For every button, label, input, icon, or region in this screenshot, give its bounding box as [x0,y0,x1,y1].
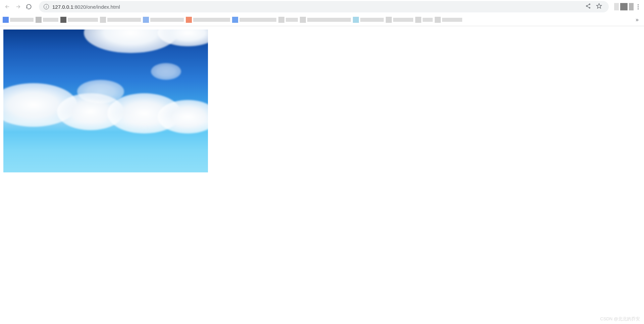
bookmark-item[interactable] [386,16,413,24]
bookmark-favicon [415,17,421,23]
bookmark-item[interactable] [36,16,58,24]
bookmark-label [423,18,433,22]
extension-icon[interactable] [629,3,634,10]
share-icon[interactable] [585,3,591,10]
nav-buttons [4,3,32,10]
site-info-icon[interactable]: i [44,4,49,9]
profile-avatar[interactable] [620,3,628,10]
bookmark-favicon [278,17,284,23]
bookmark-item[interactable] [3,16,34,24]
url-rest: :8020/one/index.html [73,4,120,10]
url-text: 127.0.0.1:8020/one/index.html [52,4,120,10]
cloud-shape [151,63,181,80]
bookmark-label [307,18,351,22]
bookmark-label [43,18,58,22]
svg-rect-0 [586,6,587,7]
bookmark-favicon [353,17,359,23]
bookmark-item[interactable] [100,16,141,24]
bookmark-favicon [3,17,9,23]
bookmark-favicon [435,17,441,23]
bookmark-label [442,18,462,22]
svg-point-2 [589,7,590,8]
bookmark-favicon [386,17,392,23]
bookmark-label [107,18,141,22]
reload-button[interactable] [25,3,32,10]
bookmark-label [150,18,184,22]
bookmark-favicon [186,17,192,23]
bookmark-item[interactable] [278,16,298,24]
bookmark-item[interactable] [143,16,184,24]
address-right-icons [585,3,602,10]
bookmark-item[interactable] [353,16,384,24]
bookmark-favicon [100,17,106,23]
bookmarks-overflow-button[interactable]: » [636,17,641,23]
url-host: 127.0.0.1 [52,4,73,10]
bookmark-star-icon[interactable] [596,3,602,10]
bookmarks-bar: » [0,13,644,26]
bookmark-label [286,18,298,22]
bookmark-item[interactable] [300,16,351,24]
page-content [0,26,644,176]
bookmark-item[interactable] [415,16,433,24]
browser-toolbar: i 127.0.0.1:8020/one/index.html [0,0,644,13]
browser-menu-button[interactable] [636,3,640,11]
bookmark-label [393,18,413,22]
bookmark-favicon [36,17,42,23]
bookmark-label [68,18,98,22]
bookmark-item[interactable] [232,16,276,24]
bookmark-label [193,18,230,22]
cloud-shape [77,80,124,103]
svg-point-1 [589,4,590,5]
bookmark-favicon [143,17,149,23]
horizon-haze [3,112,208,132]
bookmark-item[interactable] [435,16,462,24]
bookmark-favicon [232,17,238,23]
bookmark-label [10,18,34,22]
bookmark-item[interactable] [186,16,230,24]
bookmark-favicon [300,17,306,23]
bookmark-item[interactable] [60,16,98,24]
bookmark-label [360,18,384,22]
address-bar[interactable]: i 127.0.0.1:8020/one/index.html [39,1,609,12]
svg-marker-3 [597,4,602,8]
forward-button[interactable] [15,3,21,10]
bookmark-favicon [60,17,66,23]
bookmark-label [239,18,276,22]
sky-clouds-image [3,30,208,172]
extension-icon[interactable] [614,3,619,10]
watermark-text: CSDN @北北的乔安 [600,316,640,322]
back-button[interactable] [4,3,11,10]
extensions-area[interactable] [614,3,634,10]
